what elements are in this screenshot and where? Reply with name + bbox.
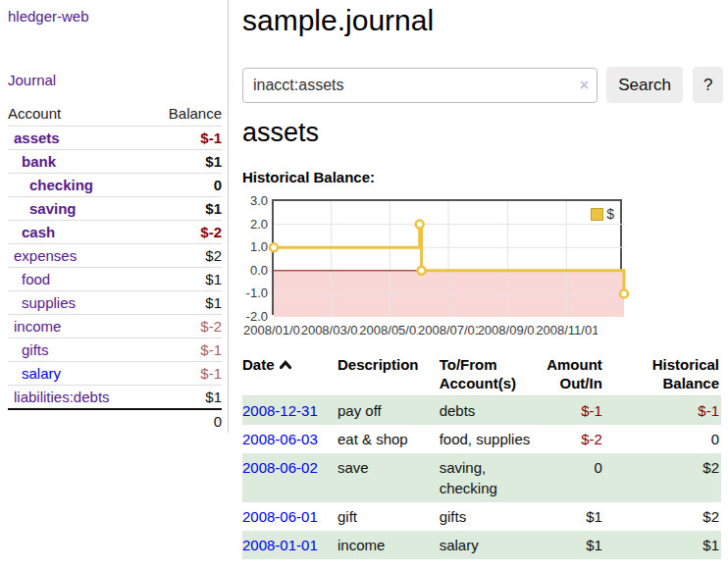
sidebar-account-link[interactable]: liabilities:debts — [8, 388, 110, 406]
register-header-text: Balance — [662, 375, 719, 391]
account-balance: $-1 — [200, 340, 222, 359]
register-header-date[interactable]: Date — [242, 353, 338, 396]
txn-date-link[interactable]: 2008-06-02 — [242, 459, 318, 476]
account-row: supplies$1 — [8, 290, 222, 314]
sidebar-account-link[interactable]: food — [8, 270, 50, 288]
register-header-text: Historical — [652, 356, 719, 373]
register-header-text: Out/In — [560, 375, 602, 391]
txn-description-cell: income — [338, 531, 440, 559]
chart-plot-area: $ — [272, 199, 622, 315]
historical-balance-label: Historical Balance: — [242, 169, 375, 185]
register-header-text: Account(s) — [440, 375, 516, 391]
sidebar-item-journal[interactable]: Journal — [8, 72, 56, 88]
table-row: 2008-06-02savesaving, checking0$2 — [242, 453, 721, 502]
txn-date-cell: 2008-06-01 — [242, 502, 338, 531]
txn-date-link[interactable]: 2008-06-03 — [242, 431, 318, 447]
sidebar-account-link[interactable]: income — [8, 317, 61, 336]
sidebar-account-link[interactable]: salary — [8, 364, 61, 383]
y-axis-tick-label: 0.0 — [242, 263, 268, 278]
data-point-marker — [620, 289, 628, 297]
txn-balance-cell: 0 — [610, 425, 721, 453]
txn-balance-cell: $2 — [610, 502, 721, 531]
sidebar-account-link[interactable]: cash — [8, 223, 55, 241]
table-row: 2008-12-31pay offdebts$-1$-1 — [242, 396, 721, 426]
account-balance: $1 — [205, 270, 222, 288]
txn-accounts-cell: gifts — [440, 502, 547, 531]
accounts-table: Account Balance assets$-1bank$1checking0… — [8, 102, 222, 433]
txn-amount-cell: 0 — [546, 453, 610, 502]
accounts-table-header: Account Balance — [8, 102, 222, 126]
register-table: DateDescriptionTo/FromAccount(s)AmountOu… — [242, 353, 721, 559]
sidebar-account-link[interactable]: assets — [8, 129, 60, 147]
sidebar-account-link[interactable]: saving — [8, 199, 77, 218]
sidebar-account-link[interactable]: gifts — [8, 340, 49, 359]
account-row: assets$-1 — [8, 126, 222, 149]
register-header-text: To/From — [440, 356, 497, 373]
app-title-link[interactable]: hledger-web — [8, 8, 89, 25]
chart-legend: $ — [589, 205, 616, 223]
account-row: saving$1 — [8, 196, 222, 220]
account-row: bank$1 — [8, 149, 222, 173]
txn-date-link[interactable]: 2008-06-01 — [242, 508, 318, 525]
sidebar-account-link[interactable]: checking — [8, 176, 93, 194]
x-axis-tick-label: 2008/11/01 — [536, 323, 598, 337]
x-axis-tick-label: 2008/03/01 — [301, 323, 363, 337]
txn-date-link[interactable]: 2008-12-31 — [242, 402, 318, 419]
txn-amount-cell: $1 — [546, 531, 610, 559]
register-header-amount: AmountOut/In — [546, 353, 610, 396]
account-heading: assets — [242, 118, 319, 148]
txn-accounts-cell: food, supplies — [440, 425, 547, 453]
account-balance: 0 — [214, 176, 222, 194]
txn-description-cell: eat & shop — [338, 425, 440, 453]
txn-date-cell: 2008-12-31 — [242, 396, 338, 426]
sidebar-account-link[interactable]: expenses — [8, 246, 77, 265]
search-form: × Search ? — [242, 67, 723, 103]
data-point-marker — [270, 243, 278, 251]
x-axis-tick-label: 2008/05/01 — [359, 323, 421, 337]
account-balance: $1 — [205, 199, 222, 218]
y-axis-tick-label: -2.0 — [242, 309, 268, 324]
clear-search-icon[interactable]: × — [580, 77, 589, 94]
y-axis-tick-label: 2.0 — [242, 217, 268, 232]
txn-description-cell: save — [338, 453, 440, 502]
txn-amount-cell: $-2 — [546, 425, 610, 453]
y-axis-tick-label: -1.0 — [242, 286, 268, 300]
balance-column-header: Balance — [169, 105, 222, 122]
hledger-web-app: hledger-web Journal Account Balance asse… — [0, 0, 728, 571]
register-header-text: Date — [242, 356, 275, 373]
account-row: food$1 — [8, 267, 222, 290]
register-header-accounts: To/FromAccount(s) — [440, 353, 547, 396]
txn-balance-cell: $1 — [610, 531, 721, 559]
sidebar-account-link[interactable]: supplies — [8, 293, 76, 312]
search-button[interactable]: Search — [606, 67, 683, 103]
account-balance: $-2 — [200, 223, 222, 241]
account-balance: $-2 — [200, 317, 222, 336]
data-point-marker — [418, 267, 426, 275]
account-row: liabilities:debts$1 — [8, 385, 222, 408]
txn-balance-cell: $2 — [610, 453, 721, 502]
x-axis-tick-label: 2008/01/01 — [243, 323, 305, 337]
y-axis-tick-label: 3.0 — [242, 193, 268, 208]
search-input[interactable] — [242, 68, 598, 103]
txn-accounts-cell: debts — [440, 396, 547, 426]
txn-description-cell: pay off — [338, 396, 440, 426]
account-balance: $1 — [205, 293, 222, 312]
x-axis-tick-label: 2008/09/01 — [478, 323, 540, 337]
sort-ascending-icon[interactable] — [279, 359, 292, 370]
txn-amount-cell: $1 — [546, 502, 610, 531]
account-row: gifts$-1 — [8, 337, 222, 361]
data-point-marker — [416, 221, 424, 229]
account-row: expenses$2 — [8, 243, 222, 267]
table-row: 2008-01-01incomesalary$1$1 — [242, 531, 721, 559]
help-button[interactable]: ? — [693, 67, 723, 103]
register-header-text: Amount — [546, 356, 602, 373]
balance-chart: $ 3.02.01.00.0-1.0-2.0 2008/01/012008/03… — [242, 192, 664, 341]
txn-date-cell: 2008-06-02 — [242, 453, 338, 502]
txn-accounts-cell: salary — [440, 531, 547, 559]
txn-date-cell: 2008-06-03 — [242, 425, 338, 453]
txn-date-link[interactable]: 2008-01-01 — [242, 537, 318, 553]
sidebar-account-link[interactable]: bank — [8, 152, 56, 171]
txn-amount-cell: $-1 — [546, 396, 610, 426]
txn-accounts-cell: saving, checking — [440, 453, 547, 502]
txn-date-cell: 2008-01-01 — [242, 531, 338, 559]
